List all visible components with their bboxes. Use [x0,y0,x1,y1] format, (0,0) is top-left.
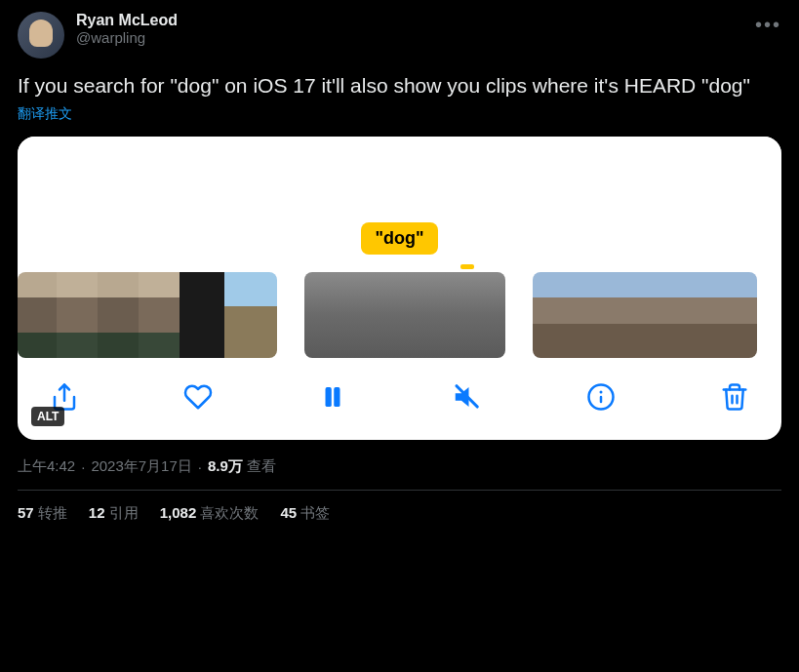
alt-badge[interactable]: ALT [31,407,64,426]
media-controls [18,358,781,440]
tick-row [18,264,781,272]
clip-thumb [18,272,57,358]
clip-thumb [667,272,712,358]
post-date[interactable]: 2023年7月17日 [91,457,191,476]
clip-thumb [139,272,180,358]
media-whitespace [18,137,781,222]
display-name: Ryan McLeod [76,12,178,29]
clip-group-2 [304,272,505,358]
clip-gap [505,272,533,358]
clip-thumb [441,272,505,358]
tweet-header: Ryan McLeod @warpling ••• [18,12,781,59]
caption-tick [460,264,474,269]
video-timeline[interactable] [18,272,781,358]
stat-retweets[interactable]: 57 转推 [18,504,67,523]
handle: @warpling [76,29,178,46]
trash-icon[interactable] [717,379,752,415]
clip-thumb [373,272,441,358]
views-count: 8.9万 [208,457,243,476]
media-card: "dog" [18,137,781,440]
svg-point-7 [599,391,602,394]
avatar[interactable] [18,12,64,59]
clip-group-1 [18,272,277,358]
meta-sep: · [198,458,202,475]
info-icon[interactable] [583,379,619,415]
clip-thumb [578,272,622,358]
tweet-container: Ryan McLeod @warpling ••• If you search … [0,0,799,476]
more-button[interactable]: ••• [755,14,781,36]
clip-thumb [533,272,578,358]
heart-icon[interactable] [180,379,216,415]
clip-thumb [712,272,757,358]
svg-rect-2 [334,387,340,407]
stat-likes[interactable]: 1,082 喜欢次数 [160,504,260,523]
clip-thumb [224,272,277,358]
stat-bookmarks[interactable]: 45 书签 [280,504,330,523]
caption-row: "dog" [18,222,781,264]
clip-thumb [180,272,224,358]
stat-quotes[interactable]: 12 引用 [89,504,139,523]
svg-rect-1 [325,387,331,407]
clip-thumb [57,272,98,358]
pause-icon[interactable] [315,379,350,415]
post-time[interactable]: 上午4:42 [18,457,75,476]
caption-bubble: "dog" [361,222,437,255]
clip-thumb [304,272,373,358]
stats-row: 57 转推 12 引用 1,082 喜欢次数 45 书签 [0,491,799,536]
tweet-text: If you search for "dog" on iOS 17 it'll … [18,72,781,99]
clip-group-3 [533,272,757,358]
author-block[interactable]: Ryan McLeod @warpling [76,12,178,46]
mute-icon[interactable] [449,379,484,415]
clip-thumb [98,272,139,358]
meta-sep: · [81,458,85,475]
translate-link[interactable]: 翻译推文 [18,105,781,123]
views-label: 查看 [247,457,276,476]
clip-gap [277,272,304,358]
clip-thumb [622,272,667,358]
meta-row: 上午4:42 · 2023年7月17日 · 8.9万 查看 [18,457,781,476]
